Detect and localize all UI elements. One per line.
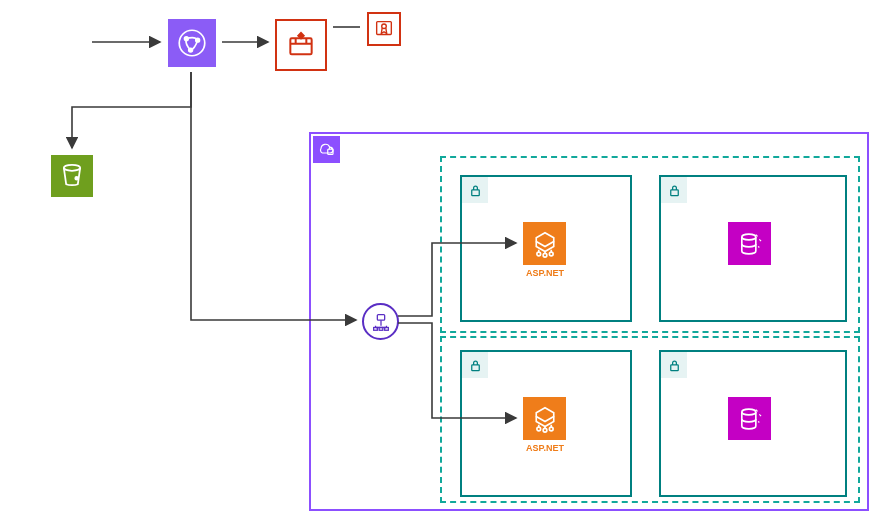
svg-rect-22 — [377, 314, 384, 320]
svg-rect-17 — [290, 38, 311, 54]
svg-point-19 — [382, 24, 387, 29]
vpc-icon — [313, 136, 340, 163]
app-server-label: ASP.NET — [510, 443, 580, 453]
svg-rect-4 — [670, 364, 678, 370]
lock-icon — [462, 352, 488, 378]
svg-point-21 — [75, 177, 78, 180]
svg-point-5 — [536, 252, 540, 256]
svg-rect-1 — [471, 189, 479, 195]
app-server-icon — [523, 397, 566, 440]
svg-rect-3 — [471, 364, 479, 370]
certificate-manager-icon — [367, 12, 401, 46]
app-server-icon — [523, 222, 566, 265]
svg-point-11 — [741, 234, 755, 240]
svg-point-20 — [64, 165, 80, 171]
svg-point-12 — [741, 409, 755, 415]
s3-bucket-icon — [51, 155, 93, 197]
svg-point-7 — [549, 252, 553, 256]
cloudfront-icon — [168, 19, 216, 67]
app-server-label: ASP.NET — [510, 268, 580, 278]
database-icon — [728, 222, 771, 265]
lock-icon — [661, 177, 687, 203]
svg-point-6 — [543, 253, 547, 257]
waf-icon — [275, 19, 327, 71]
lock-icon — [661, 352, 687, 378]
lock-icon — [462, 177, 488, 203]
svg-point-10 — [549, 427, 553, 431]
svg-rect-24 — [379, 327, 383, 330]
svg-rect-23 — [373, 327, 377, 330]
svg-point-9 — [543, 428, 547, 432]
database-icon — [728, 397, 771, 440]
svg-point-8 — [536, 427, 540, 431]
load-balancer-icon — [362, 303, 399, 340]
svg-rect-2 — [670, 189, 678, 195]
svg-rect-25 — [384, 327, 388, 330]
